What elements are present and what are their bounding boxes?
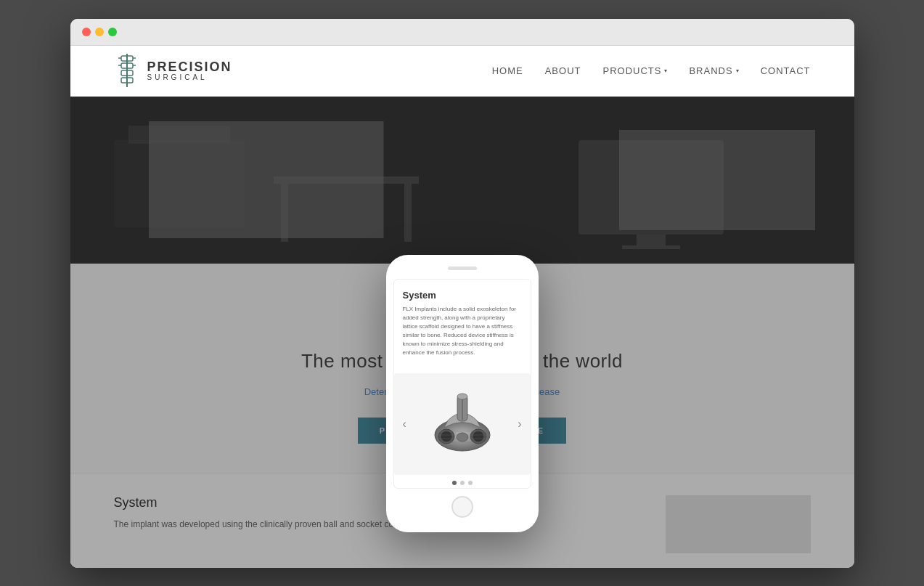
hero-section — [70, 97, 854, 264]
nav-item-products[interactable]: PRODUCTS ▾ — [602, 65, 667, 76]
bottom-image — [666, 495, 811, 553]
nav-link-brands[interactable]: BRANDS — [689, 65, 732, 76]
logo[interactable]: PRECISION SURGICAL — [114, 52, 232, 89]
svg-rect-20 — [281, 184, 288, 242]
products-button[interactable]: PRODUCTS — [358, 418, 458, 444]
browser-window: PRECISION SURGICAL HOME ABOUT PRODUCTS ▾ — [70, 19, 854, 568]
logo-icon — [114, 52, 140, 89]
svg-rect-14 — [158, 126, 172, 144]
nav-link-contact[interactable]: CONTACT — [761, 65, 811, 76]
maximize-dot[interactable] — [108, 28, 117, 36]
brochure-button[interactable]: BROCHURE — [465, 418, 567, 444]
website-content: PRECISION SURGICAL HOME ABOUT PRODUCTS ▾ — [70, 46, 854, 568]
svg-rect-15 — [172, 126, 187, 144]
hero-bg-svg — [70, 97, 854, 264]
navigation: PRECISION SURGICAL HOME ABOUT PRODUCTS ▾ — [70, 46, 854, 97]
nav-item-about[interactable]: ABOUT — [545, 64, 581, 77]
bottom-section: System The implant was developed using t… — [70, 473, 854, 568]
main-section: The most studied implant system in the w… — [70, 264, 854, 473]
logo-text: PRECISION SURGICAL — [147, 60, 232, 81]
content-wrapper: The most studied implant system in the w… — [70, 264, 854, 568]
hero-background — [70, 97, 854, 264]
close-dot[interactable] — [82, 28, 91, 36]
svg-rect-18 — [216, 126, 230, 144]
minimize-dot[interactable] — [95, 28, 104, 36]
section-text: The implant was developed using the clin… — [114, 518, 644, 532]
nav-item-contact[interactable]: CONTACT — [761, 64, 811, 77]
hero-tagline: The most studied implant system in the w… — [114, 300, 811, 373]
brands-dropdown-arrow: ▾ — [736, 68, 739, 74]
bottom-text-area: System The implant was developed using t… — [114, 495, 644, 553]
nav-item-brands[interactable]: BRANDS ▾ — [689, 65, 738, 76]
nav-links: HOME ABOUT PRODUCTS ▾ BRANDS ▾ — [492, 64, 811, 77]
logo-precision: PRECISION — [147, 60, 232, 75]
nav-item-home[interactable]: HOME — [492, 64, 523, 77]
section-title: System — [114, 495, 644, 510]
hero-buttons: PRODUCTS BROCHURE — [114, 418, 811, 444]
browser-titlebar — [70, 19, 854, 46]
products-dropdown-arrow: ▾ — [664, 68, 667, 74]
nav-link-about[interactable]: ABOUT — [545, 65, 581, 76]
svg-rect-25 — [70, 97, 854, 264]
nav-link-products[interactable]: PRODUCTS — [602, 65, 661, 76]
logo-surgical: SURGICAL — [147, 73, 232, 81]
hero-subtitle: Determine Degenerative DiscDisease — [114, 384, 811, 397]
svg-rect-16 — [187, 126, 201, 144]
svg-rect-17 — [201, 126, 216, 144]
nav-link-home[interactable]: HOME — [492, 65, 523, 76]
